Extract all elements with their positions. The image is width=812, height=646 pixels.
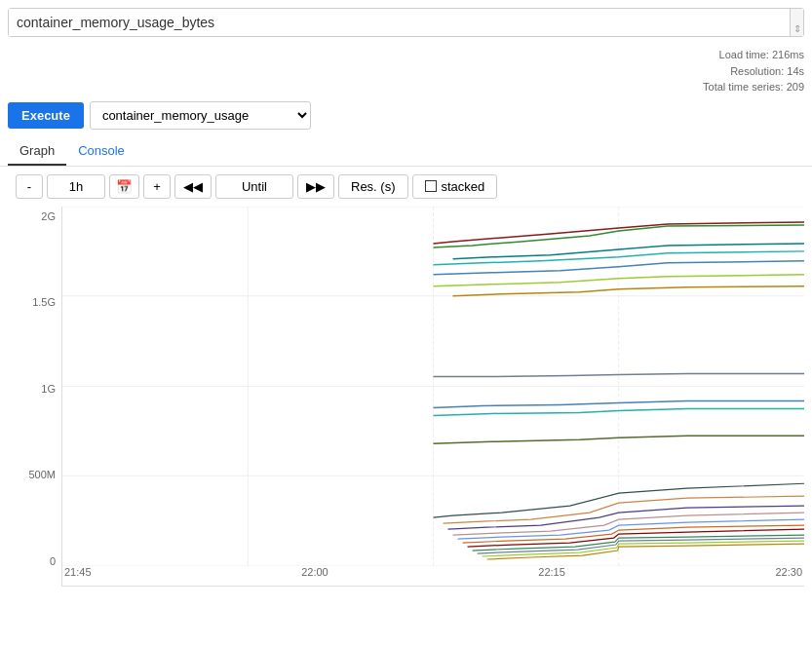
y-label-500m: 500M bbox=[8, 469, 61, 480]
metric-select[interactable]: container_memory_usage container_memory_… bbox=[90, 101, 311, 130]
y-label-0: 0 bbox=[8, 555, 61, 567]
load-time: Load time: 216ms bbox=[8, 47, 804, 63]
resize-handle[interactable]: ⇕ bbox=[790, 9, 803, 36]
calendar-icon: 📅 bbox=[116, 179, 133, 194]
meta-info: Load time: 216ms Resolution: 14s Total t… bbox=[0, 45, 812, 97]
execute-button[interactable]: Execute bbox=[8, 102, 84, 129]
chart-area: 2G 1.5G 1G 500M 0 bbox=[8, 207, 804, 587]
resolution: Resolution: 14s bbox=[8, 63, 804, 80]
forward-button[interactable]: ▶▶ bbox=[297, 174, 334, 199]
tab-graph[interactable]: Graph bbox=[8, 137, 66, 166]
query-input[interactable] bbox=[9, 9, 790, 36]
x-axis: 21:45 22:00 22:15 22:30 bbox=[62, 566, 804, 586]
y-label-1-5g: 1.5G bbox=[8, 296, 61, 308]
x-label-2230: 22:30 bbox=[775, 566, 802, 586]
total-series: Total time series: 209 bbox=[8, 79, 804, 95]
x-label-2145: 21:45 bbox=[64, 566, 92, 586]
tab-console[interactable]: Console bbox=[66, 137, 136, 166]
x-label-2215: 22:15 bbox=[538, 566, 565, 586]
stacked-icon bbox=[425, 180, 437, 192]
chart-container: 2G 1.5G 1G 500M 0 bbox=[8, 207, 804, 587]
zoom-out-button[interactable]: - bbox=[16, 174, 43, 199]
y-label-1g: 1G bbox=[8, 383, 61, 395]
y-label-2g: 2G bbox=[8, 210, 61, 222]
chart-svg bbox=[62, 207, 804, 566]
time-range-input[interactable] bbox=[47, 174, 105, 199]
stacked-label: stacked bbox=[442, 179, 485, 194]
controls: - 📅 + ◀◀ ▶▶ Res. (s) stacked bbox=[0, 167, 812, 207]
y-axis: 2G 1.5G 1G 500M 0 bbox=[8, 207, 61, 587]
chart-inner: 21:45 22:00 22:15 22:30 bbox=[61, 207, 804, 587]
res-button[interactable]: Res. (s) bbox=[338, 174, 408, 199]
until-input[interactable] bbox=[215, 174, 293, 199]
x-label-2200: 22:00 bbox=[301, 566, 329, 586]
back-button[interactable]: ◀◀ bbox=[174, 174, 212, 199]
calendar-button[interactable]: 📅 bbox=[109, 174, 139, 199]
top-bar: ⇕ bbox=[8, 8, 804, 37]
tabs: Graph Console bbox=[0, 137, 812, 167]
stacked-button[interactable]: stacked bbox=[412, 174, 498, 199]
toolbar: Execute container_memory_usage container… bbox=[0, 97, 812, 133]
zoom-in-button[interactable]: + bbox=[143, 174, 171, 199]
